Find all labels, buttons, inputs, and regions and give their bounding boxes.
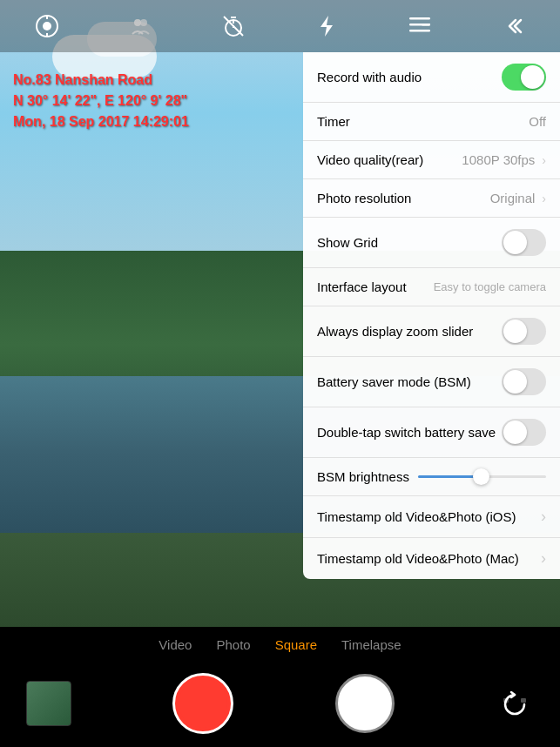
tab-photo[interactable]: Photo bbox=[216, 637, 250, 652]
toggle-knob-battery bbox=[503, 370, 527, 394]
svg-rect-15 bbox=[409, 30, 430, 32]
settings-row-double-tap: Double-tap switch battery save bbox=[303, 407, 560, 458]
interface-layout-value: Easy to toggle camera bbox=[434, 280, 546, 293]
settings-row-timer[interactable]: Timer Off bbox=[303, 103, 560, 141]
timestamp-ios-chevron: › bbox=[541, 508, 546, 526]
settings-row-zoom-slider: Always display zoom slider bbox=[303, 306, 560, 357]
battery-saver-label: Battery saver mode (BSM) bbox=[317, 374, 471, 389]
settings-row-interface-layout[interactable]: Interface layout Easy to toggle camera bbox=[303, 268, 560, 306]
video-quality-chevron: › bbox=[542, 153, 546, 167]
double-tap-toggle[interactable] bbox=[502, 419, 546, 446]
svg-rect-12 bbox=[409, 17, 430, 20]
timestamp-ios-label: Timestamp old Video&Photo (iOS) bbox=[317, 509, 516, 524]
photo-thumbnail[interactable] bbox=[26, 681, 71, 726]
interface-layout-label: Interface layout bbox=[317, 279, 407, 294]
tab-video[interactable]: Video bbox=[159, 637, 192, 652]
mode-tabs: Video Photo Square Timelapse bbox=[159, 627, 401, 652]
svg-point-5 bbox=[140, 19, 147, 26]
settings-row-bsm-brightness: BSM brightness bbox=[303, 458, 560, 496]
video-quality-label: Video quality(rear) bbox=[317, 152, 423, 167]
flash-icon[interactable] bbox=[311, 10, 342, 42]
bsm-brightness-label: BSM brightness bbox=[317, 469, 409, 484]
video-quality-value: 1080P 30fps › bbox=[462, 152, 546, 167]
show-grid-toggle[interactable] bbox=[502, 229, 546, 256]
record-timer-icon[interactable] bbox=[31, 10, 63, 42]
record-button[interactable] bbox=[172, 673, 233, 734]
back-icon[interactable] bbox=[497, 10, 529, 42]
camera-flip-icon[interactable] bbox=[496, 684, 534, 723]
gps-line1: No.83 Nanshan Road bbox=[13, 70, 189, 91]
svg-marker-11 bbox=[320, 16, 333, 37]
show-grid-label: Show Grid bbox=[317, 235, 378, 250]
photo-resolution-value: Original › bbox=[490, 191, 546, 205]
timestamp-mac-chevron: › bbox=[541, 549, 546, 568]
record-audio-toggle[interactable] bbox=[502, 64, 546, 91]
settings-panel: Record with audio Timer Off Video qualit… bbox=[303, 52, 560, 579]
shutter-inner bbox=[179, 679, 227, 728]
timer-off-icon[interactable] bbox=[218, 10, 249, 42]
svg-rect-17 bbox=[521, 698, 526, 703]
toggle-knob bbox=[521, 65, 544, 89]
double-tap-label: Double-tap switch battery save bbox=[317, 425, 496, 440]
timer-label: Timer bbox=[317, 114, 350, 129]
settings-row-photo-resolution[interactable]: Photo resolution Original › bbox=[303, 179, 560, 218]
toggle-knob-doubletap bbox=[503, 421, 527, 444]
toggle-knob-grid bbox=[503, 231, 527, 254]
settings-row-timestamp-mac[interactable]: Timestamp old Video&Photo (Mac) › bbox=[303, 538, 560, 579]
gps-line3: Mon, 18 Sep 2017 14:29:01 bbox=[13, 111, 189, 132]
svg-point-1 bbox=[43, 22, 51, 30]
settings-row-show-grid: Show Grid bbox=[303, 218, 560, 268]
svg-point-4 bbox=[134, 19, 141, 26]
gps-overlay: No.83 Nanshan Road N 30° 14' 22", E 120°… bbox=[13, 70, 189, 132]
slider-fill bbox=[418, 475, 476, 478]
slider-thumb[interactable] bbox=[473, 468, 489, 485]
toggle-knob-zoom bbox=[503, 320, 527, 343]
settings-row-video-quality[interactable]: Video quality(rear) 1080P 30fps › bbox=[303, 141, 560, 179]
tab-square[interactable]: Square bbox=[275, 637, 317, 652]
hdr-icon[interactable] bbox=[125, 10, 156, 42]
top-toolbar bbox=[0, 0, 560, 52]
photo-shutter-button[interactable] bbox=[335, 674, 395, 733]
settings-row-record-audio: Record with audio bbox=[303, 52, 560, 103]
svg-rect-14 bbox=[422, 24, 430, 26]
settings-row-battery-saver: Battery saver mode (BSM) bbox=[303, 357, 560, 407]
settings-row-timestamp-ios[interactable]: Timestamp old Video&Photo (iOS) › bbox=[303, 496, 560, 538]
bottom-bar: Video Photo Square Timelapse bbox=[0, 627, 560, 747]
timer-value: Off bbox=[529, 114, 546, 129]
battery-saver-toggle[interactable] bbox=[502, 368, 546, 395]
svg-rect-16 bbox=[503, 698, 509, 703]
menu-icon[interactable] bbox=[404, 10, 435, 42]
tab-timelapse[interactable]: Timelapse bbox=[341, 637, 401, 652]
zoom-slider-toggle[interactable] bbox=[502, 318, 546, 345]
record-audio-label: Record with audio bbox=[317, 70, 422, 84]
zoom-slider-label: Always display zoom slider bbox=[317, 324, 473, 339]
gps-line2: N 30° 14' 22", E 120° 9' 28" bbox=[13, 91, 189, 111]
camera-controls bbox=[0, 659, 560, 747]
bsm-brightness-slider[interactable] bbox=[418, 475, 546, 478]
timestamp-mac-label: Timestamp old Video&Photo (Mac) bbox=[317, 551, 519, 566]
photo-resolution-chevron: › bbox=[542, 192, 546, 205]
photo-resolution-label: Photo resolution bbox=[317, 191, 411, 205]
slider-track bbox=[418, 475, 546, 478]
